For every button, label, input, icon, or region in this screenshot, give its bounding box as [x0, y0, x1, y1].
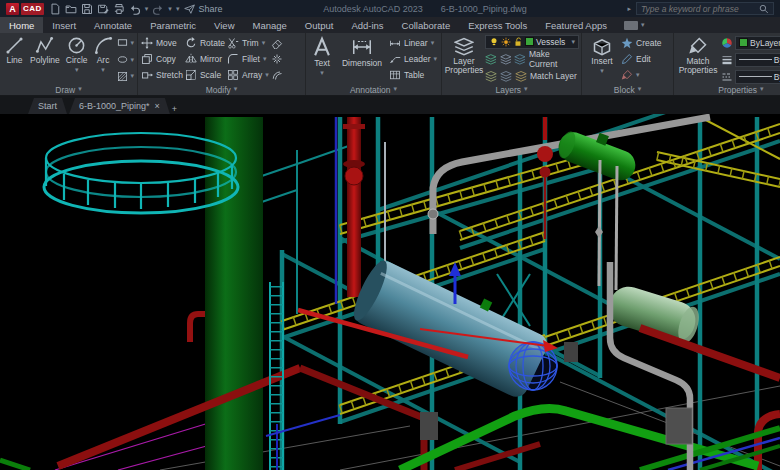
document-name: 6-B-1000_Piping.dwg: [441, 4, 527, 14]
object-color-value: ByLayer: [750, 38, 780, 48]
panel-layers-label[interactable]: Layers▾: [442, 85, 581, 95]
make-current-button[interactable]: Make Current: [529, 49, 579, 69]
leader-tool[interactable]: Leader▾: [389, 51, 437, 67]
layer-tool-icon[interactable]: [514, 53, 526, 65]
edit-block-button[interactable]: Edit: [621, 51, 662, 67]
tab-add-ins[interactable]: Add-ins: [342, 17, 392, 33]
text-tool[interactable]: Text ▾: [309, 35, 335, 84]
match-properties-button[interactable]: Match Properties: [677, 35, 719, 84]
polyline-tool[interactable]: Polyline: [28, 35, 62, 84]
rotate-tool[interactable]: Rotate: [185, 35, 225, 51]
ellipse-tool[interactable]: ▾: [117, 52, 135, 68]
circle-tool[interactable]: Circle ▾: [64, 35, 90, 84]
text-caret-icon[interactable]: ▾: [320, 69, 324, 77]
erase-tool[interactable]: [271, 35, 283, 51]
open-folder-icon[interactable]: [65, 3, 77, 15]
match-layer-button[interactable]: Match Layer: [530, 71, 577, 81]
new-file-icon[interactable]: [49, 3, 61, 15]
save-as-icon[interactable]: [97, 3, 109, 15]
draw-extra-tools: ▾ ▾ ▾: [117, 35, 135, 84]
panel-draw-label[interactable]: Draw▾: [0, 85, 137, 95]
copy-tool[interactable]: Copy: [141, 51, 183, 67]
linetype-icon[interactable]: [721, 71, 733, 83]
trim-tool[interactable]: Trim▾: [227, 35, 269, 51]
tab-express-tools[interactable]: Express Tools: [459, 17, 536, 33]
arc-caret-icon[interactable]: ▾: [101, 66, 105, 74]
search-input[interactable]: [641, 4, 755, 14]
hatch-tool[interactable]: ▾: [117, 68, 135, 84]
drawing-canvas[interactable]: [-][Custom View][Shaded (Fast)] Frequent…: [0, 114, 780, 470]
tab-view[interactable]: View: [205, 17, 243, 33]
search-magnifier-icon[interactable]: [759, 4, 769, 14]
layer-lock-open-icon[interactable]: [513, 37, 523, 47]
array-tool[interactable]: Array▾: [227, 67, 269, 83]
linetype-select[interactable]: ByLayer: [735, 70, 780, 84]
app-logo[interactable]: A CAD: [6, 3, 44, 15]
layer-select[interactable]: Vessels ▾: [485, 35, 579, 49]
layer-on-bulb-icon[interactable]: [489, 37, 499, 47]
panel-block-label[interactable]: Block▾: [582, 85, 673, 95]
ribbon-gallery-button[interactable]: ▾: [616, 17, 653, 33]
create-block-button[interactable]: Create: [621, 35, 662, 51]
file-tab-bar: Start 6-B-1000_Piping* × +: [0, 96, 780, 114]
tab-collaborate[interactable]: Collaborate: [393, 17, 460, 33]
panel-block: Insert ▾ Create Edit ▾ Block▾: [582, 33, 674, 95]
panel-modify: Move Copy Stretch Rotate Mirror Scale Tr…: [138, 33, 306, 95]
close-tab-icon[interactable]: ×: [155, 101, 160, 111]
tab-home[interactable]: Home: [0, 17, 43, 33]
linear-dimension-tool[interactable]: Linear▾: [389, 35, 437, 51]
save-icon[interactable]: [81, 3, 93, 15]
panel-modify-label[interactable]: Modify▾: [138, 85, 305, 95]
move-tool[interactable]: Move: [141, 35, 183, 51]
layer-tool-icon[interactable]: [485, 53, 497, 65]
tab-parametric[interactable]: Parametric: [141, 17, 205, 33]
new-tab-button[interactable]: +: [172, 104, 177, 114]
fillet-tool[interactable]: Fillet▾: [227, 51, 269, 67]
layer-freeze-sun-icon[interactable]: [501, 37, 511, 47]
tab-insert[interactable]: Insert: [43, 17, 85, 33]
layer-tool-icon[interactable]: [515, 70, 527, 82]
rectangle-tool[interactable]: ▾: [117, 35, 135, 51]
color-wheel-icon[interactable]: [721, 37, 733, 49]
redo-icon[interactable]: [152, 3, 164, 15]
layer-properties-button[interactable]: Layer Properties: [445, 35, 483, 84]
arc-tool[interactable]: Arc ▾: [92, 35, 115, 84]
tab-manage[interactable]: Manage: [244, 17, 296, 33]
tab-output[interactable]: Output: [296, 17, 343, 33]
circle-caret-icon[interactable]: ▾: [75, 66, 79, 74]
panel-annotation-label[interactable]: Annotation▾: [306, 85, 441, 95]
tab-featured-apps[interactable]: Featured Apps: [536, 17, 616, 33]
scale-tool[interactable]: Scale: [185, 67, 225, 83]
layer-tool-icon[interactable]: [500, 70, 512, 82]
layer-color-swatch[interactable]: [525, 37, 534, 46]
explode-tool[interactable]: [271, 51, 283, 67]
undo-caret-icon[interactable]: ▾: [145, 5, 149, 13]
qat-customize-caret-icon[interactable]: ▾: [176, 5, 180, 13]
tab-annotate[interactable]: Annotate: [85, 17, 141, 33]
lineweight-icon[interactable]: [721, 54, 733, 66]
object-color-select[interactable]: ByLayer ▾: [735, 36, 780, 50]
plot-icon[interactable]: [113, 3, 125, 15]
undo-icon[interactable]: [129, 3, 141, 15]
search-history-caret-icon[interactable]: ▸: [627, 5, 631, 13]
layer-tool-icon[interactable]: [500, 53, 512, 65]
insert-caret-icon[interactable]: ▾: [600, 67, 604, 75]
offset-tool[interactable]: [271, 67, 283, 83]
tab-start[interactable]: Start: [28, 98, 67, 114]
stretch-tool[interactable]: Stretch: [141, 67, 183, 83]
dimension-tool[interactable]: Dimension: [337, 35, 387, 84]
panel-properties-label[interactable]: Properties▾: [674, 85, 780, 95]
help-search[interactable]: [636, 2, 774, 15]
layer-select-caret-icon[interactable]: ▾: [571, 38, 575, 46]
insert-block-button[interactable]: Insert ▾: [585, 35, 619, 84]
block-attributes-button[interactable]: ▾: [621, 67, 662, 83]
table-tool[interactable]: Table: [389, 67, 437, 83]
mirror-tool[interactable]: Mirror: [185, 51, 225, 67]
layer-tool-icon[interactable]: [485, 70, 497, 82]
line-tool[interactable]: Line: [3, 35, 26, 84]
autocad-logo-icon: A: [6, 3, 19, 15]
lineweight-select[interactable]: ByLayer: [735, 53, 780, 67]
share-button[interactable]: Share: [184, 3, 222, 14]
redo-caret-icon[interactable]: ▾: [168, 5, 172, 13]
tab-document[interactable]: 6-B-1000_Piping* ×: [69, 98, 170, 114]
